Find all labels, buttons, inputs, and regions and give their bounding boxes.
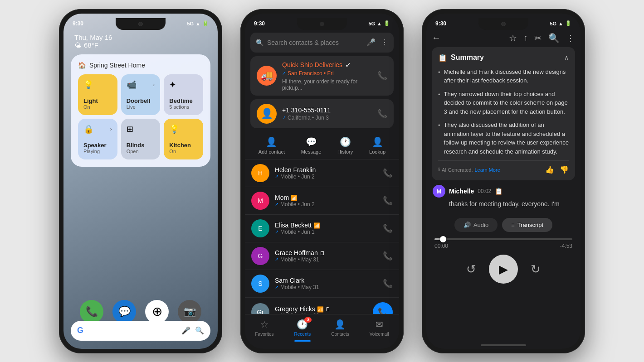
mic-icon[interactable]: 🎤 (181, 326, 190, 335)
tile-doorbell-icon-row: 📹 › (127, 80, 155, 90)
grace-call-btn[interactable]: 📞 (383, 251, 393, 261)
phone-number-card[interactable]: 👤 +1 310-555-0111 ↗ California • Jun 3 📞 (250, 99, 394, 128)
contact-row-mom[interactable]: M Mom 📶 ↗ Mobile • Jun 2 📞 (245, 187, 399, 215)
contact-row-grace[interactable]: G Grace Hoffman 🗒 ↗ Mobile • May 31 📞 (245, 242, 399, 270)
bullet-text-3: They also discussed the addition of an a… (444, 121, 569, 156)
tile-bedtime-label: Bedtime (169, 97, 198, 104)
summary-header: 📋 Summary ∧ (438, 53, 569, 62)
gregory-call-btn[interactable]: 📞 (373, 302, 393, 314)
status-time-3: 9:30 (435, 20, 446, 27)
contact-row-helen[interactable]: H Helen Franklin ↗ Mobile • Jun 2 📞 (245, 159, 399, 187)
tile-blinds[interactable]: ⊞ Blinds Open (121, 119, 161, 159)
star-icon[interactable]: ☆ (509, 33, 517, 43)
home-icon: 🏠 (78, 62, 86, 69)
home-indicator-3 (481, 344, 526, 346)
audio-controls: 🔊 Audio ≡ Transcript 00:00 - (433, 218, 574, 284)
nav-voicemail[interactable]: ✉ Voicemail (370, 319, 389, 342)
thumbs-down-icon[interactable]: 👎 (560, 165, 569, 174)
featured-contact-card[interactable]: 🚚 Quick Ship Deliveries ✓ ↗ San Francisc… (250, 56, 394, 96)
audio-progress-container[interactable]: 00:00 -4:53 (433, 238, 574, 249)
mom-call-direction: ↗ (275, 202, 278, 207)
message-header: M Michelle 00:02 📋 (433, 185, 574, 198)
scissors-icon[interactable]: ✂ (534, 33, 542, 43)
sam-name: Sam Clark (275, 277, 377, 284)
mom-detail: Mobile • Jun 2 (280, 201, 315, 208)
mom-call-btn[interactable]: 📞 (383, 196, 393, 206)
summary-bullet-3: • They also discussed the addition of an… (438, 121, 569, 156)
search-input[interactable]: Search contacts & places (267, 39, 363, 46)
sam-detail: Mobile • May 31 (280, 284, 319, 290)
google-search-bar[interactable]: G 🎤 🔍 (71, 321, 210, 341)
learn-more-link[interactable]: Learn More (475, 167, 500, 173)
search-header-icon[interactable]: 🔍 (548, 33, 560, 43)
sam-call-btn[interactable]: 📞 (383, 279, 393, 289)
back-icon[interactable]: ← (432, 33, 441, 43)
rewind-icon[interactable]: ↺ (466, 262, 476, 276)
doorbell-camera-icon: 📹 (127, 80, 137, 90)
tile-bedtime[interactable]: ✦ Bedtime 5 actions (164, 74, 203, 115)
summary-title-row: 📋 Summary (438, 53, 484, 62)
notch-1 (116, 18, 166, 30)
lookup-action[interactable]: 👤 Lookup (369, 136, 385, 154)
tile-speaker[interactable]: 🔒 › Speaker Playing (78, 119, 117, 159)
kitchen-bulb-icon: 💡 (169, 124, 179, 134)
message-icon: 💬 (306, 136, 317, 147)
dock-messages-icon[interactable]: 💬 (112, 300, 136, 323)
nav-recents[interactable]: 🕐 3 Recents (294, 319, 311, 342)
battery-3: 🔋 (565, 20, 571, 26)
thumbs-up-icon[interactable]: 👍 (545, 165, 554, 174)
speaker-chevron-icon: › (110, 126, 112, 132)
sam-info: Sam Clark ↗ Mobile • May 31 (275, 277, 377, 290)
featured-call-icon[interactable]: 📞 (377, 71, 387, 81)
message-action[interactable]: 💬 Message (301, 136, 322, 154)
tile-kitchen[interactable]: 💡 Kitchen On (164, 119, 203, 159)
phone-3: 9:30 5G ▲ 🔋 ← ☆ ↑ ✂ 🔍 ⋮ (422, 9, 585, 353)
history-action[interactable]: 🕐 History (337, 136, 353, 154)
elisa-detail: Mobile • Jun 1 (280, 229, 315, 235)
tile-speaker-icon-row: 🔒 › (83, 124, 112, 134)
contact-row-sam[interactable]: S Sam Clark ↗ Mobile • May 31 📞 (245, 270, 399, 298)
helen-call-btn[interactable]: 📞 (383, 168, 393, 178)
phone-number-display: +1 310-555-0111 (282, 106, 372, 114)
mom-info: Mom 📶 ↗ Mobile • Jun 2 (275, 194, 377, 208)
elisa-call-btn[interactable]: 📞 (383, 223, 393, 233)
dock-camera-icon[interactable]: 📷 (178, 300, 201, 323)
elisa-call-direction: ↗ (275, 229, 278, 234)
nav-contacts[interactable]: 👤 Contacts (331, 319, 349, 342)
transcript-tab-label: Transcript (517, 222, 543, 228)
lens-icon[interactable]: 🔍 (195, 326, 204, 335)
phone-number-avatar: 👤 (257, 104, 277, 124)
contact-search-bar[interactable]: 🔍 Search contacts & places 🎤 ⋮ (250, 33, 394, 53)
play-pause-button[interactable]: ▶ (489, 255, 518, 284)
add-contact-action[interactable]: 👤 Add contact (259, 136, 285, 154)
helen-sub: ↗ Mobile • Jun 2 (275, 174, 377, 180)
dock-chrome-icon[interactable]: ⊕ (145, 300, 169, 323)
tile-light[interactable]: 💡 Light On (78, 74, 117, 115)
add-contact-label: Add contact (259, 149, 285, 154)
contact-row-elisa[interactable]: E Elisa Beckett 📶 ↗ Mobile • Jun 1 📞 (245, 215, 399, 242)
share-icon[interactable]: ↑ (523, 33, 528, 43)
contact-row-gregory[interactable]: Gr Gregory Hicks 📶 🗒 ↗ Mobile • May 30 📞 (245, 298, 399, 314)
nav-favorites[interactable]: ☆ Favorites (255, 319, 273, 342)
phone-call-icon[interactable]: 📞 (377, 109, 387, 119)
transcript-tab[interactable]: ≡ Transcript (502, 218, 552, 232)
status-icons-3: 5G ▲ 🔋 (550, 20, 571, 26)
tile-doorbell[interactable]: 📹 › Doorbell Live (121, 74, 161, 115)
ai-generated-label: ℹ AI Generated. Learn More (438, 167, 500, 173)
more-header-icon[interactable]: ⋮ (566, 33, 575, 43)
summary-chevron-icon[interactable]: ∧ (564, 54, 569, 61)
audio-progress-thumb[interactable] (440, 236, 446, 242)
contacts-icon: 👤 (334, 319, 346, 330)
featured-contact-info: Quick Ship Deliveries ✓ ↗ San Francisco … (282, 61, 372, 91)
audio-tab[interactable]: 🔊 Audio (454, 218, 498, 232)
dock-phone-icon[interactable]: 📞 (80, 300, 103, 323)
message-label: Message (301, 149, 322, 154)
forward-icon[interactable]: ↻ (531, 262, 541, 276)
signal-bars-2: ▲ (377, 21, 382, 26)
smart-home-card[interactable]: 🏠 Spring Street Home 💡 Light On (71, 54, 210, 167)
grace-name: Grace Hoffman 🗒 (275, 249, 377, 256)
sam-call-direction: ↗ (275, 285, 278, 290)
helen-call-direction: ↗ (275, 174, 278, 179)
voice-search-icon[interactable]: 🎤 (366, 38, 376, 47)
more-search-icon[interactable]: ⋮ (381, 38, 388, 47)
